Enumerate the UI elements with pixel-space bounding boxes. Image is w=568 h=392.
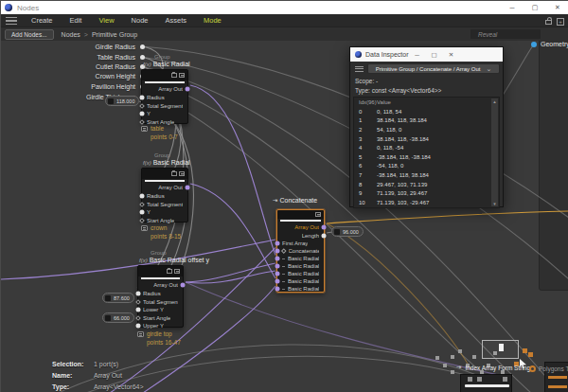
- input-port[interactable]: [140, 210, 145, 215]
- group-input-crown-height[interactable]: Crown Height: [1, 72, 145, 80]
- partial-node-bottom[interactable]: [460, 374, 512, 392]
- add-nodes-button[interactable]: Add Nodes...: [5, 29, 54, 40]
- menu-item-view[interactable]: View: [90, 16, 122, 25]
- input-port[interactable]: [136, 308, 141, 312]
- length-port[interactable]: [322, 233, 327, 238]
- menu-item-edit[interactable]: Edit: [62, 16, 91, 25]
- input-port[interactable]: [135, 299, 141, 305]
- table-row[interactable]: 40, 118, -54: [354, 143, 499, 152]
- node-slider[interactable]: [465, 384, 509, 387]
- scroll-up-icon[interactable]: ▴: [493, 98, 496, 104]
- input-port[interactable]: [275, 272, 280, 276]
- input-port[interactable]: [136, 292, 141, 296]
- table-row[interactable]: 254, 118, 0: [354, 125, 499, 134]
- wire[interactable]: [327, 211, 568, 223]
- input-port[interactable]: [140, 194, 145, 199]
- data-inspector-window[interactable]: Data Inspector ─ ▢ ✕ Primitive Group / C…: [349, 46, 504, 207]
- output-port[interactable]: [140, 45, 145, 49]
- minimap-viewport[interactable]: [482, 340, 519, 359]
- menu-item-create[interactable]: Create: [23, 16, 62, 25]
- list-icon[interactable]: [315, 212, 321, 217]
- maximize-button[interactable]: ▢: [426, 47, 443, 62]
- menu-item-mode[interactable]: Mode: [195, 16, 230, 25]
- array-out-port[interactable]: [186, 87, 190, 92]
- group-input-girdle-radius[interactable]: Girdle Radius: [1, 43, 145, 51]
- input-port[interactable]: [140, 96, 145, 100]
- breadcrumb-root[interactable]: Nodes: [62, 31, 80, 38]
- input-port[interactable]: [139, 119, 145, 125]
- list-icon[interactable]: [174, 269, 180, 274]
- array-out-port[interactable]: [181, 283, 186, 288]
- array-out-port[interactable]: [186, 186, 190, 190]
- new-window-icon[interactable]: +: [557, 18, 564, 26]
- group-input-table-radius[interactable]: Table Radius: [1, 53, 145, 62]
- table-scrollbar[interactable]: ▴ ▾: [491, 98, 498, 206]
- table-row[interactable]: 6-54, 118, 0: [354, 162, 499, 171]
- minimize-button[interactable]: ─: [409, 47, 426, 62]
- table-row[interactable]: 5-38.184, 118, -38.184: [354, 152, 499, 162]
- value-pill-length[interactable]: 96.000: [331, 226, 364, 237]
- folder-icon[interactable]: [167, 269, 172, 274]
- folder-icon[interactable]: [171, 73, 177, 78]
- input-port[interactable]: [139, 218, 145, 223]
- output-port[interactable]: [140, 55, 145, 60]
- input-port[interactable]: [275, 279, 280, 284]
- folder-icon[interactable]: [171, 171, 177, 176]
- input-port[interactable]: [275, 249, 280, 254]
- input-port[interactable]: [139, 103, 145, 109]
- close-button[interactable]: ✕: [443, 47, 460, 62]
- table-row[interactable]: 829.467, 103, 71.139: [354, 180, 499, 189]
- menu-item-assets[interactable]: Assets: [157, 16, 196, 25]
- array-out-port[interactable]: [322, 224, 327, 229]
- table-row[interactable]: 7-38.184, 118, 38.184: [354, 170, 499, 180]
- node-title[interactable]: f(x)Basic Radial: [143, 159, 190, 166]
- table-row[interactable]: 971.139, 103, 29.467: [354, 188, 499, 198]
- node-concatenate[interactable]: Array Out Length First Array Concatenate…: [276, 209, 325, 293]
- geometry-port[interactable]: [531, 42, 537, 47]
- scroll-down-icon[interactable]: ▾: [493, 201, 496, 206]
- value-pill-radius[interactable]: 118.000: [105, 96, 139, 106]
- inspector-menu-icon[interactable]: [355, 66, 364, 72]
- wire[interactable]: [190, 85, 275, 256]
- input-port[interactable]: [275, 264, 280, 269]
- node-header[interactable]: [277, 210, 324, 219]
- maximize-button[interactable]: ▢: [524, 1, 546, 14]
- expand-diamond-icon[interactable]: [281, 249, 286, 254]
- list-icon[interactable]: [179, 171, 185, 176]
- node-title[interactable]: f(x)Basic Radial: [143, 61, 190, 67]
- menu-item-node[interactable]: Node: [123, 16, 157, 25]
- gear-icon[interactable]: [529, 365, 536, 372]
- node-title[interactable]: ⇥Concatenate: [273, 197, 317, 205]
- input-port[interactable]: [136, 324, 141, 329]
- node-header[interactable]: [138, 266, 183, 276]
- table-row[interactable]: 1071.139, 103, -29.467: [354, 198, 499, 207]
- inspector-table[interactable]: Idx(96)Value 00, 118, 54 138.184, 118, 3…: [353, 97, 500, 208]
- group-input-cutlet-radius[interactable]: Cutlet Radius: [1, 62, 145, 71]
- table-row[interactable]: 138.184, 118, 38.184: [354, 116, 499, 126]
- input-port[interactable]: [275, 241, 280, 246]
- list-icon[interactable]: [179, 73, 185, 78]
- inspector-titlebar[interactable]: Data Inspector ─ ▢ ✕: [350, 47, 503, 62]
- minimize-button[interactable]: ─: [501, 1, 524, 14]
- value-pill-segments[interactable]: 87.600: [102, 293, 134, 303]
- node-basic-radial-table[interactable]: Array Out Radius Total Segments Y Start …: [141, 69, 188, 124]
- node-graph-canvas[interactable]: Girdle Radius Table Radius Cutlet Radius…: [1, 41, 568, 392]
- input-port[interactable]: [139, 202, 145, 207]
- node-basic-radial-crown[interactable]: Array Out Radius Total Segments Y Start …: [141, 168, 188, 223]
- table-row[interactable]: 338.184, 118, -38.184: [354, 134, 499, 144]
- node-header[interactable]: [142, 169, 187, 179]
- input-port[interactable]: [275, 287, 280, 292]
- input-port[interactable]: [140, 112, 145, 116]
- hamburger-icon[interactable]: [6, 17, 17, 25]
- group-input-pavilion-height[interactable]: Pavilion Height: [1, 82, 145, 91]
- value-pill-angle[interactable]: 66.000: [102, 312, 134, 323]
- wire[interactable]: [190, 184, 275, 278]
- breadcrumb-current[interactable]: Primitive Group: [92, 31, 137, 38]
- close-button[interactable]: ✕: [546, 1, 568, 14]
- node-title[interactable]: f(x)Basic Radial offset y: [139, 257, 209, 263]
- lock-icon[interactable]: [545, 20, 552, 25]
- revert-button[interactable]: Reveal: [470, 29, 541, 39]
- path-dropdown[interactable]: Primitive Group / Concatenate / Array Ou…: [367, 63, 500, 74]
- node-basic-radial-offset-y[interactable]: Array Out Radius Total Segments Lower Y …: [137, 265, 184, 328]
- input-port[interactable]: [135, 315, 141, 321]
